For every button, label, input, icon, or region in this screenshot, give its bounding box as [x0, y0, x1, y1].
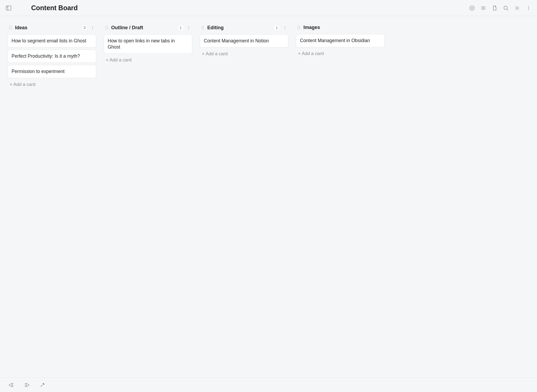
- board: Ideas3How to segment email lists in Ghos…: [0, 16, 537, 378]
- board-card[interactable]: Permission to experiment: [8, 65, 96, 78]
- svg-point-29: [106, 29, 106, 30]
- gear-icon: [514, 5, 520, 11]
- svg-point-35: [203, 26, 204, 27]
- column-count-badge: 1: [274, 25, 280, 31]
- board-card[interactable]: How to open links in new tabs in Ghost: [104, 34, 192, 54]
- svg-point-30: [107, 29, 108, 30]
- svg-point-17: [11, 26, 12, 27]
- board-card[interactable]: Content Management in Notion: [200, 34, 288, 47]
- board-column: Outline / Draft1How to open links in new…: [104, 25, 192, 378]
- svg-point-33: [188, 28, 189, 29]
- svg-point-46: [299, 27, 300, 28]
- board-column: Editing1Content Management in Notion+ Ad…: [200, 25, 288, 378]
- column-count-badge: 1: [178, 25, 184, 31]
- card-list: How to segment email lists in GhostPerfe…: [8, 34, 96, 78]
- more-button[interactable]: [525, 5, 532, 11]
- svg-point-22: [92, 26, 93, 27]
- svg-point-10: [504, 6, 507, 9]
- svg-point-36: [202, 27, 202, 28]
- svg-point-31: [188, 26, 189, 27]
- search-icon: [503, 5, 509, 11]
- svg-point-27: [106, 27, 106, 28]
- column-menu-button[interactable]: [90, 25, 95, 30]
- column-count-badge: 3: [82, 25, 88, 31]
- top-bar: Content Board: [0, 0, 537, 16]
- svg-point-21: [11, 29, 12, 30]
- svg-point-48: [299, 28, 300, 29]
- svg-point-16: [9, 26, 10, 27]
- svg-point-15: [528, 9, 529, 10]
- svg-point-39: [203, 29, 204, 30]
- svg-point-41: [285, 27, 285, 28]
- svg-line-11: [507, 9, 508, 10]
- column-title[interactable]: Ideas: [15, 25, 79, 31]
- column-header: Ideas3: [8, 25, 96, 34]
- svg-point-45: [298, 27, 299, 28]
- svg-point-25: [106, 26, 106, 27]
- add-card-button[interactable]: + Add a card: [296, 47, 384, 56]
- indent-icon: [8, 382, 14, 388]
- board-scroll[interactable]: Ideas3How to segment email lists in Ghos…: [0, 16, 537, 378]
- indent-button[interactable]: [8, 382, 14, 388]
- drag-handle-icon[interactable]: [297, 26, 301, 30]
- bottom-bar: [0, 378, 537, 392]
- eyedropper-button[interactable]: [39, 382, 46, 388]
- eyedropper-icon: [40, 382, 45, 388]
- column-title[interactable]: Editing: [207, 25, 271, 31]
- column-header: Editing1: [200, 25, 288, 34]
- card-list: Content Management in Notion: [200, 34, 288, 47]
- add-button[interactable]: [469, 5, 475, 11]
- card-list: Content Management in Obsidian: [296, 34, 384, 47]
- board-column: Ideas3How to segment email lists in Ghos…: [8, 25, 96, 378]
- add-card-button[interactable]: + Add a card: [8, 78, 96, 87]
- svg-point-34: [202, 26, 202, 27]
- drag-handle-icon[interactable]: [201, 26, 205, 30]
- column-menu-button[interactable]: [186, 25, 191, 30]
- top-actions: [469, 5, 532, 11]
- rows-icon: [480, 5, 486, 11]
- column-title[interactable]: Images: [303, 25, 383, 30]
- board-column: ImagesContent Management in Obsidian+ Ad…: [296, 25, 384, 378]
- drag-handle-icon[interactable]: [105, 26, 108, 30]
- svg-point-14: [528, 8, 529, 8]
- svg-point-13: [528, 6, 529, 7]
- add-card-button[interactable]: + Add a card: [200, 47, 288, 57]
- add-card-button[interactable]: + Add a card: [104, 54, 192, 63]
- svg-point-47: [298, 28, 299, 29]
- board-card[interactable]: How to segment email lists in Ghost: [8, 34, 96, 47]
- svg-point-37: [203, 27, 204, 28]
- page-title: Content Board: [31, 4, 78, 12]
- column-title[interactable]: Outline / Draft: [111, 25, 175, 31]
- svg-point-28: [107, 27, 108, 28]
- board-card[interactable]: Content Management in Obsidian: [296, 34, 384, 47]
- svg-point-26: [107, 26, 108, 27]
- svg-point-42: [285, 28, 285, 29]
- svg-point-23: [92, 27, 93, 28]
- svg-rect-0: [6, 6, 11, 10]
- layout-button[interactable]: [480, 5, 487, 11]
- drag-handle-icon[interactable]: [9, 26, 12, 30]
- svg-point-32: [188, 27, 189, 28]
- column-header: Outline / Draft1: [104, 25, 192, 34]
- svg-point-12: [516, 7, 518, 9]
- card-list: How to open links in new tabs in Ghost: [104, 34, 192, 54]
- sidebar-toggle-button[interactable]: [5, 5, 12, 11]
- outdent-icon: [24, 382, 30, 388]
- more-vertical-icon: [525, 5, 531, 11]
- column-header: Images: [296, 25, 384, 34]
- column-menu-button[interactable]: [282, 25, 287, 30]
- svg-point-19: [11, 27, 12, 28]
- svg-point-44: [299, 26, 300, 27]
- svg-point-18: [9, 27, 10, 28]
- search-button[interactable]: [503, 5, 509, 11]
- document-button[interactable]: [491, 5, 498, 11]
- settings-button[interactable]: [514, 5, 520, 11]
- outdent-button[interactable]: [24, 382, 30, 388]
- file-icon: [492, 5, 498, 11]
- svg-point-24: [92, 28, 93, 29]
- svg-point-38: [202, 29, 202, 30]
- svg-point-20: [9, 29, 10, 30]
- board-card[interactable]: Perfect Productivity: Is it a myth?: [8, 50, 96, 63]
- plus-circle-icon: [469, 5, 475, 11]
- svg-point-40: [285, 26, 285, 27]
